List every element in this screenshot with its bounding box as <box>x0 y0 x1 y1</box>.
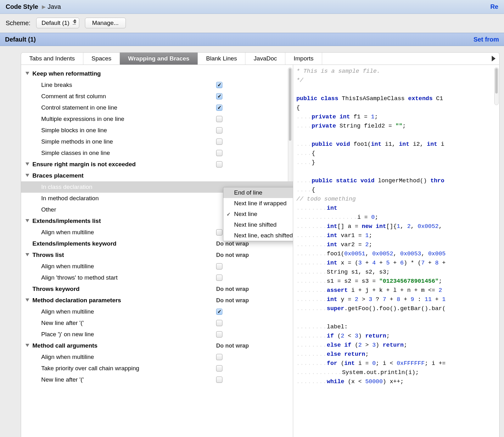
tab-wrapping-and-braces[interactable]: Wrapping and Braces <box>120 53 198 65</box>
tree-item-label: Take priority over call chain wrapping <box>41 365 139 372</box>
code-line <box>296 131 499 140</box>
tree-item[interactable]: Simple methods in one line <box>21 136 293 147</box>
checkbox[interactable] <box>216 127 222 133</box>
combo-value[interactable]: Do not wrap <box>216 241 249 247</box>
tree-group[interactable]: Ensure right margin is not exceeded <box>21 159 293 170</box>
code-line: ........int var1 = 1; <box>296 231 499 240</box>
scrollbar-vertical[interactable] <box>494 67 499 105</box>
checkbox[interactable] <box>216 82 222 88</box>
tab-javadoc[interactable]: JavaDoc <box>245 53 285 65</box>
code-line: */ <box>296 76 499 85</box>
code-line: ........assert i + j + k + l + n + m <= … <box>296 286 499 295</box>
checkbox[interactable] <box>216 150 222 156</box>
checkbox[interactable] <box>216 331 222 338</box>
checkbox[interactable] <box>216 116 222 122</box>
tree-item[interactable]: Align 'throws' to method start <box>21 272 293 283</box>
tree-item-label: Align when multiline <box>41 354 94 360</box>
code-line: ....{ <box>296 185 499 195</box>
tree-item[interactable]: New line after '(' <box>21 317 293 329</box>
dropdown-item[interactable]: Next line if wrapped <box>223 198 293 209</box>
options-tree[interactable]: Keep when reformattingLine breaksComment… <box>21 65 293 437</box>
disclosure-triangle-icon <box>25 174 29 177</box>
tree-item-label: New line after '(' <box>41 320 84 326</box>
manage-button[interactable]: Manage... <box>85 18 126 28</box>
disclosure-triangle-icon <box>25 162 29 166</box>
code-line: ............System.out.println(i); <box>296 368 499 377</box>
set-from-link[interactable]: Set from <box>473 36 499 43</box>
checkbox[interactable] <box>216 275 222 281</box>
dropdown-item[interactable]: End of line <box>223 187 293 198</box>
code-line <box>296 85 499 94</box>
scheme-dropdown[interactable]: Default (1) <box>36 18 79 28</box>
checkbox[interactable] <box>216 309 222 315</box>
tree-item[interactable]: Align when multiline <box>21 261 293 272</box>
code-line: // todo something <box>296 195 499 204</box>
code-line: ........super.getFoo().foo().getBar().ba… <box>296 304 499 313</box>
code-line: ....private String field2 = ""; <box>296 122 499 131</box>
combo-value[interactable]: Do not wrap <box>216 252 249 258</box>
tree-group[interactable]: Method declaration parametersDo not wrap <box>21 295 293 306</box>
tab-blank-lines[interactable]: Blank Lines <box>198 53 245 65</box>
combo-value[interactable]: Do not wrap <box>216 286 249 292</box>
tree-item-label: Multiple expressions in one line <box>41 116 124 122</box>
code-line: { <box>296 103 499 112</box>
tree-group-label: Throws list <box>32 252 64 258</box>
checkbox[interactable] <box>216 229 222 236</box>
tree-group[interactable]: Throws keywordDo not wrap <box>21 283 293 295</box>
code-line: ........for (int i = 0; i < 0xFFFFFF; i … <box>296 359 499 368</box>
disclosure-triangle-icon <box>25 219 29 222</box>
tree-group[interactable]: Throws listDo not wrap <box>21 249 293 261</box>
tree-item[interactable]: Control statement in one line <box>21 102 293 113</box>
tree-item[interactable]: Place ')' on new line <box>21 329 293 340</box>
tree-item-label: Align when multiline <box>41 229 94 236</box>
combo-value[interactable]: Do not wrap <box>216 343 249 349</box>
checkbox[interactable] <box>216 377 222 383</box>
tree-item-label: Other <box>41 206 56 213</box>
tree-item-label: Line breaks <box>41 82 72 88</box>
tree-group-label: Ensure right margin is not exceeded <box>32 161 136 168</box>
tree-item[interactable]: Simple classes in one line <box>21 147 293 159</box>
breadcrumb-part-1[interactable]: Code Style <box>6 3 38 10</box>
checkbox[interactable] <box>216 354 222 360</box>
breadcrumb-right-link[interactable]: Re <box>490 3 498 10</box>
tree-item-label: Align when multiline <box>41 263 94 270</box>
breadcrumb-part-2: Java <box>48 3 61 10</box>
combo-value[interactable]: Do not wrap <box>216 297 249 304</box>
tree-item[interactable]: Simple blocks in one line <box>21 125 293 136</box>
scheme-bar: Scheme: Default (1) Manage... <box>0 14 504 33</box>
tree-item[interactable]: New line after '(' <box>21 374 293 385</box>
code-line: ........s1 = s2 = s3 = "012345678901456"… <box>296 277 499 286</box>
tree-item-label: Place ')' on new line <box>41 331 94 338</box>
tree-item[interactable]: Align when multiline <box>21 351 293 363</box>
dropdown-item[interactable]: Next line, each shifted <box>223 230 293 241</box>
tree-group[interactable]: Method call argumentsDo not wrap <box>21 340 293 351</box>
tree-item[interactable]: Take priority over call chain wrapping <box>21 363 293 374</box>
checkbox[interactable] <box>216 263 222 270</box>
tab-spaces[interactable]: Spaces <box>83 53 120 65</box>
dropdown-item[interactable]: Next line shifted <box>223 219 293 230</box>
code-preview: * This is a sample file. */ public class… <box>293 65 499 437</box>
code-line: ....public void foo1(int i1, int i2, int… <box>296 140 499 149</box>
checkbox[interactable] <box>216 320 222 326</box>
tabs-overflow-button[interactable] <box>488 53 499 65</box>
checkbox[interactable] <box>216 93 222 99</box>
tree-item[interactable]: Comment at first column <box>21 91 293 102</box>
checkbox[interactable] <box>216 105 222 111</box>
tree-item[interactable]: Line breaks <box>21 79 293 91</box>
tree-group-label: Method call arguments <box>32 342 98 349</box>
dropdown-item[interactable]: Next line <box>223 209 293 219</box>
code-line: ....public static void longerMethod() th… <box>296 176 499 185</box>
tree-group[interactable]: Braces placement <box>21 170 293 181</box>
tree-item[interactable]: Align when multiline <box>21 306 293 317</box>
code-line: ........int var2 = 2; <box>296 240 499 249</box>
code-line: ........int <box>296 204 499 213</box>
tree-group-label: Keep when reformatting <box>32 70 101 77</box>
checkbox[interactable] <box>216 139 222 145</box>
tree-item[interactable]: Multiple expressions in one line <box>21 113 293 125</box>
tab-imports[interactable]: Imports <box>285 53 322 65</box>
tree-group[interactable]: Keep when reformatting <box>21 68 293 79</box>
checkbox[interactable] <box>216 161 222 167</box>
scheme-label: Scheme: <box>6 20 31 27</box>
tab-tabs-and-indents[interactable]: Tabs and Indents <box>21 53 83 65</box>
checkbox[interactable] <box>216 365 222 372</box>
